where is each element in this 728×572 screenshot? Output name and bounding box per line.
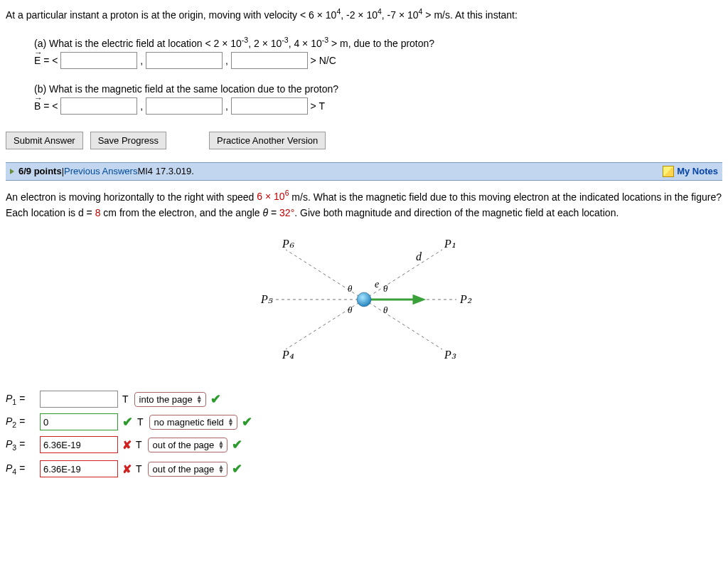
svg-line-3 (364, 250, 442, 300)
unit-label: T (137, 416, 144, 428)
b-z-input[interactable] (231, 97, 308, 115)
svg-text:θ: θ (348, 283, 353, 294)
e-z-input[interactable] (231, 52, 308, 69)
check-icon: ✔ (210, 391, 221, 407)
e-y-input[interactable] (146, 52, 223, 69)
svg-text:P₂: P₂ (459, 293, 472, 305)
previous-answers-link[interactable]: Previous Answers (64, 166, 137, 176)
check-icon: ✔ (232, 437, 242, 452)
svg-text:θ: θ (383, 283, 388, 294)
cross-icon: ✘ (122, 438, 132, 452)
svg-marker-7 (414, 296, 423, 303)
svg-text:P₃: P₃ (444, 349, 456, 361)
figure: P₆ P₁ P₅ P₂ P₄ P₃ d e θ θ θ θ (6, 232, 722, 369)
p4-label: P4 = (6, 462, 36, 476)
q1-intro: At a particular instant a proton is at t… (6, 6, 722, 23)
e-x-input[interactable] (60, 52, 137, 69)
vector-e-label: E (34, 53, 41, 66)
question-header-bar: 6/9 points | Previous Answers MI4 17.3.0… (6, 162, 722, 181)
p2-value-input[interactable] (40, 413, 118, 430)
svg-text:θ: θ (383, 304, 388, 315)
check-icon: ✔ (122, 414, 133, 430)
q1-e-input-row: E = < , , > N/C (34, 52, 722, 69)
svg-line-2 (286, 250, 364, 300)
answer-grid: P1 = T into the page ▲▼ ✔ P2 = ✔ T no ma… (6, 391, 722, 479)
q2-text: An electron is moving horizontally to th… (6, 188, 722, 221)
p3-row: P3 = ✘ T out of the page ▲▼ ✔ (6, 436, 722, 453)
vector-b-label: B (34, 99, 41, 112)
p4-value-input[interactable] (40, 460, 118, 477)
p1-value-input[interactable] (40, 391, 118, 408)
q1-part-b: (b) What is the magnetic field at the sa… (34, 83, 722, 95)
p3-direction-select[interactable]: out of the page ▲▼ (148, 438, 228, 452)
svg-text:P₄: P₄ (282, 349, 294, 361)
svg-text:θ: θ (348, 304, 353, 315)
check-icon: ✔ (232, 461, 242, 477)
svg-text:e: e (375, 279, 379, 290)
my-notes-link[interactable]: My Notes (677, 166, 718, 176)
p2-direction-select[interactable]: no magnetic field ▲▼ (149, 415, 237, 430)
svg-point-8 (357, 292, 371, 307)
q1-part-a: (a) What is the electric field at locati… (34, 36, 722, 49)
b-y-input[interactable] (146, 97, 223, 115)
p1-row: P1 = T into the page ▲▼ ✔ (6, 391, 722, 408)
svg-text:d: d (416, 250, 422, 263)
unit-label: T (136, 439, 142, 450)
q1-b-input-row: B = < , , > T (34, 97, 722, 115)
save-progress-button[interactable]: Save Progress (90, 132, 166, 149)
svg-text:P₅: P₅ (260, 293, 273, 305)
cross-icon: ✘ (122, 462, 132, 476)
svg-text:P₆: P₆ (282, 238, 295, 250)
note-icon (663, 166, 674, 177)
points-label: 6/9 points (18, 166, 62, 176)
expand-triangle-icon[interactable] (10, 169, 14, 174)
submit-answer-button[interactable]: Submit Answer (6, 132, 83, 149)
svg-line-4 (286, 300, 364, 349)
b-x-input[interactable] (60, 97, 137, 115)
svg-line-5 (364, 300, 442, 349)
check-icon: ✔ (242, 414, 252, 430)
question-code: MI4 17.3.019. (137, 166, 194, 176)
p4-direction-select[interactable]: out of the page ▲▼ (148, 462, 228, 477)
p2-label: P2 = (6, 415, 36, 429)
p1-direction-select[interactable]: into the page ▲▼ (134, 392, 206, 407)
unit-label: T (136, 463, 142, 475)
svg-text:P₁: P₁ (444, 238, 456, 250)
p3-label: P3 = (6, 438, 36, 452)
unit-label: T (122, 393, 129, 405)
p4-row: P4 = ✘ T out of the page ▲▼ ✔ (6, 459, 722, 479)
p1-label: P1 = (6, 393, 36, 406)
p3-value-input[interactable] (40, 436, 118, 453)
p2-row: P2 = ✔ T no magnetic field ▲▼ ✔ (6, 413, 722, 430)
practice-another-button[interactable]: Practice Another Version (209, 132, 326, 149)
